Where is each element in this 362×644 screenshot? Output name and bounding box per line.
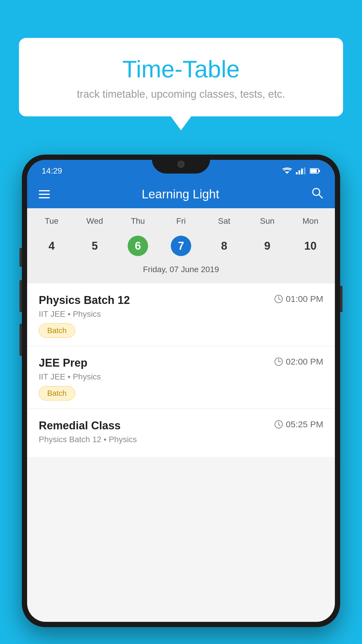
schedule-item-2-header: JEE Prep 02:00 PM [39, 357, 323, 369]
svg-rect-4 [304, 167, 305, 174]
schedule-item-2[interactable]: JEE Prep 02:00 PM IIT JEE • Physics Batc… [27, 346, 335, 409]
phone-notch [152, 155, 210, 174]
battery-icon [310, 167, 320, 174]
day-wed: Wed [73, 214, 116, 228]
schedule-item-2-title: JEE Prep [39, 357, 87, 369]
schedule-item-1-time: 01:00 PM [274, 294, 323, 304]
date-circle-today: 6 [128, 236, 148, 256]
hamburger-line-3 [39, 197, 50, 198]
phone-frame: 14:29 [22, 155, 340, 627]
schedule-item-2-time: 02:00 PM [274, 357, 323, 367]
hamburger-menu-button[interactable] [39, 190, 50, 198]
clock-icon-3 [274, 420, 283, 429]
date-7[interactable]: 7 [159, 232, 203, 260]
days-header: Tue Wed Thu Fri Sat Sun Mon [30, 214, 332, 228]
svg-rect-1 [296, 172, 298, 174]
schedule-item-3[interactable]: Remedial Class 05:25 PM Physics Batch 12… [27, 409, 335, 457]
date-6[interactable]: 6 [116, 232, 159, 260]
schedule-item-2-tag: Batch [39, 386, 75, 400]
speech-bubble: Time-Table track timetable, upcoming cla… [19, 38, 343, 116]
selected-date-label: Friday, 07 June 2019 [30, 265, 332, 278]
day-sat: Sat [203, 214, 246, 228]
bubble-subtitle: track timetable, upcoming classes, tests… [34, 88, 328, 100]
schedule-item-2-time-label: 02:00 PM [286, 357, 323, 367]
wifi-icon [282, 167, 292, 174]
front-camera [178, 161, 184, 168]
day-fri: Fri [159, 214, 203, 228]
clock-icon-2 [274, 357, 283, 366]
svg-line-12 [279, 299, 280, 300]
signal-icon [296, 167, 306, 174]
date-4[interactable]: 4 [30, 232, 73, 260]
status-icons [282, 167, 320, 174]
svg-marker-0 [285, 172, 289, 174]
schedule-item-1-subtitle: IIT JEE • Physics [39, 309, 323, 319]
schedule-item-3-title: Remedial Class [39, 419, 121, 432]
svg-rect-3 [301, 169, 303, 174]
dates-row: 4 5 6 7 8 9 10 [30, 232, 332, 260]
schedule-item-2-subtitle: IIT JEE • Physics [39, 372, 323, 382]
phone-screen: 14:29 [27, 160, 335, 622]
hamburger-line-2 [39, 194, 50, 195]
day-mon: Mon [289, 214, 332, 228]
schedule-item-3-header: Remedial Class 05:25 PM [39, 419, 323, 432]
date-10[interactable]: 10 [289, 232, 332, 260]
svg-rect-2 [298, 170, 300, 174]
speech-bubble-container: Time-Table track timetable, upcoming cla… [19, 38, 343, 116]
svg-rect-6 [319, 170, 320, 172]
app-bar: Learning Light [27, 180, 335, 208]
hamburger-line-1 [39, 190, 50, 191]
schedule-item-3-subtitle: Physics Batch 12 • Physics [39, 435, 323, 444]
phone-container: 14:29 [22, 155, 340, 644]
app-title: Learning Light [142, 187, 219, 201]
date-9[interactable]: 9 [246, 232, 289, 260]
clock-icon-1 [274, 295, 283, 303]
search-button[interactable] [311, 187, 323, 202]
date-5[interactable]: 5 [73, 232, 116, 260]
schedule-list: Physics Batch 12 01:00 PM IIT JEE • Phys… [27, 284, 335, 457]
day-thu: Thu [116, 214, 159, 228]
day-sun: Sun [246, 214, 289, 228]
schedule-item-3-time: 05:25 PM [274, 419, 323, 429]
schedule-item-1-header: Physics Batch 12 01:00 PM [39, 294, 323, 307]
schedule-item-3-time-label: 05:25 PM [286, 419, 323, 429]
power-button [340, 286, 342, 312]
day-tue: Tue [30, 214, 73, 228]
volume-up-button [20, 248, 22, 267]
silent-button [20, 324, 22, 356]
schedule-item-1[interactable]: Physics Batch 12 01:00 PM IIT JEE • Phys… [27, 284, 335, 346]
svg-line-18 [279, 424, 280, 426]
calendar-section: Tue Wed Thu Fri Sat Sun Mon 4 5 6 7 [27, 208, 335, 284]
date-8[interactable]: 8 [203, 232, 246, 260]
schedule-item-1-time-label: 01:00 PM [286, 294, 323, 304]
schedule-item-1-title: Physics Batch 12 [39, 294, 130, 307]
svg-line-9 [319, 195, 322, 198]
schedule-item-1-tag: Batch [39, 323, 75, 338]
svg-rect-7 [310, 169, 317, 173]
bubble-title: Time-Table [34, 55, 328, 83]
volume-down-button [20, 280, 22, 312]
date-circle-selected: 7 [171, 236, 191, 256]
status-time: 14:29 [42, 166, 62, 176]
